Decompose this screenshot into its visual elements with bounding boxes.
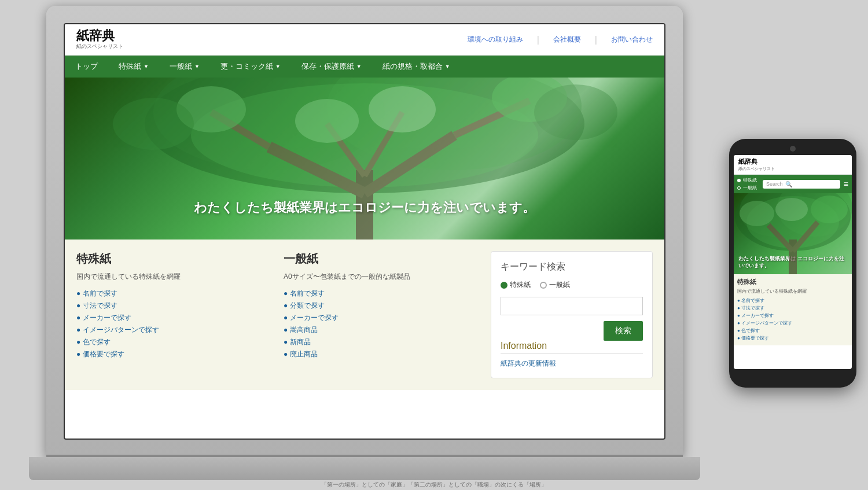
phone-hero: わたくしたち製紙業界は エコロジーに力を注いでいます。 [734,193,852,274]
phone-tokushu-title: 特殊紙 [737,278,848,286]
laptop-base [29,457,700,480]
chevron-icon: ▼ [275,64,281,69]
nav-link-company[interactable]: 会社概要 [553,35,581,45]
laptop-body: 紙辞典 紙のスペシャリスト 環境への取り組み | 会社概要 | お問い合わせ ト… [46,6,683,457]
list-item[interactable]: メーカーで探す [76,312,272,324]
site-logo: 紙辞典 紙のスペシャリスト [76,29,123,50]
footer-text: 「第一の場所」としての「家庭」「第二の場所」としての「職場」の次にくる「場所」 [321,481,547,489]
phone-screen: 紙辞典 紙のスペシャリスト 特殊紙 一般紙 Search [734,155,852,369]
ippan-title: 一般紙 [284,251,479,267]
phone-nav-radio-group: 特殊紙 一般紙 [737,177,757,191]
phone-tokushu-desc: 国内で流通している特殊紙を網羅 [737,288,848,294]
list-item[interactable]: メーカーで探す [284,312,479,324]
list-item[interactable]: 価格要で探す [737,334,848,342]
phone-logo-title: 紙辞典 [738,157,775,166]
list-item[interactable]: 名前で探す [76,288,272,300]
laptop-screen: 紙辞典 紙のスペシャリスト 環境への取り組み | 会社概要 | お問い合わせ ト… [64,23,665,440]
chevron-icon: ▼ [194,64,200,69]
phone-camera [790,146,796,152]
list-item[interactable]: イメージパターンで探す [76,324,272,336]
ippan-desc: A0サイズ〜包装紙までの一般的な紙製品 [284,271,479,282]
phone-body: 紙辞典 紙のスペシャリスト 特殊紙 一般紙 Search [729,139,856,388]
svg-point-24 [740,201,774,226]
phone-nav-bar: 特殊紙 一般紙 Search 🔍 ≡ [734,175,852,193]
main-nav: トップ 特殊紙 ▼ 一般紙 ▼ 更・コミック紙 ▼ 保存・保護原紙 ▼ [65,56,664,78]
svg-point-25 [811,196,848,223]
phone-nav-tokushu[interactable]: 特殊紙 [737,177,757,183]
nav-item-tokushu[interactable]: 特殊紙 ▼ [108,56,159,78]
svg-point-14 [369,86,436,132]
tokushu-column: 特殊紙 国内で流通している特殊紙を網羅 名前で探す 寸法で探す メーカーで探す … [76,251,272,378]
list-item[interactable]: 価格要で探す [76,348,272,360]
info-title: Information [501,341,643,354]
radio-ippan[interactable]: 一般紙 [540,280,570,290]
tokushu-title: 特殊紙 [76,251,272,267]
search-box: キーワード検索 特殊紙 一般紙 検索 Infor [491,251,653,378]
svg-point-13 [295,99,359,143]
list-item[interactable]: 寸法で探す [737,304,848,312]
site-header: 紙辞典 紙のスペシャリスト 環境への取り組み | 会社概要 | お問い合わせ [65,24,664,56]
phone-site-header: 紙辞典 紙のスペシャリスト [734,155,852,175]
logo-title: 紙辞典 [76,29,123,43]
phone-nav-ippan[interactable]: 一般紙 [737,185,757,191]
search-icon: 🔍 [785,181,792,187]
tokushu-desc: 国内で流通している特殊紙を網羅 [76,271,272,282]
phone-container: 紙辞典 紙のスペシャリスト 特殊紙 一般紙 Search [729,139,856,388]
hero-text: わたくしたち製紙業界はエコロジーに力を注いでいます。 [65,199,664,216]
phone-logo-subtitle: 紙のスペシャリスト [738,166,775,172]
info-section: Information 紙辞典の更新情報 [501,341,643,369]
nav-item-kikaku[interactable]: 紙の規格・取都合 ▼ [372,56,461,78]
svg-point-16 [534,84,617,140]
list-item[interactable]: イメージパターンで探す [737,319,848,327]
phone-hero-svg [734,193,852,274]
chevron-icon: ▼ [445,64,450,69]
phone-radio-dot [737,186,741,190]
svg-point-26 [775,198,808,221]
nav-item-top[interactable]: トップ [65,56,108,78]
phone-search-bar[interactable]: Search 🔍 [763,180,840,189]
nav-link-contact[interactable]: お問い合わせ [611,35,653,45]
ippan-column: 一般紙 A0サイズ〜包装紙までの一般的な紙製品 名前で探す 分類で探す メーカー… [284,251,479,378]
tokushu-links: 名前で探す 寸法で探す メーカーで探す イメージパターンで探す 色で探す 価格要… [76,288,272,360]
list-item[interactable]: 名前で探す [284,288,479,300]
chevron-icon: ▼ [356,64,362,69]
header-nav: 環境への取り組み | 会社概要 | お問い合わせ [468,35,653,45]
search-title: キーワード検索 [501,261,643,273]
list-item[interactable]: 廃止商品 [284,348,479,360]
hero-section: わたくしたち製紙業界はエコロジーに力を注いでいます。 [65,78,664,240]
nav-link-env[interactable]: 環境への取り組み [468,35,523,45]
list-item[interactable]: 名前で探す [737,297,848,304]
logo-subtitle: 紙のスペシャリスト [76,43,123,50]
keyword-search-input[interactable] [501,297,643,315]
phone-content: 特殊紙 国内で流通している特殊紙を網羅 名前で探す 寸法で探す メーカーで探す … [734,274,852,345]
list-item[interactable]: 色で探す [76,336,272,348]
content-area: 特殊紙 国内で流通している特殊紙を網羅 名前で探す 寸法で探す メーカーで探す … [65,240,664,390]
radio-tokushu[interactable]: 特殊紙 [501,280,531,290]
list-item[interactable]: 嵩高商品 [284,324,479,336]
radio-active-dot [501,282,507,289]
list-item[interactable]: 寸法で探す [76,300,272,312]
svg-point-15 [113,98,194,150]
phone-search-placeholder: Search [766,181,783,187]
nav-item-comic[interactable]: 更・コミック紙 ▼ [210,56,291,78]
phone-logo: 紙辞典 紙のスペシャリスト [738,157,775,172]
nav-item-hozon[interactable]: 保存・保護原紙 ▼ [291,56,372,78]
ippan-links: 名前で探す 分類で探す メーカーで探す 嵩高商品 新商品 廃止商品 [284,288,479,360]
list-item[interactable]: 色で探す [737,327,848,334]
chevron-icon: ▼ [144,64,149,69]
info-link[interactable]: 紙辞典の更新情報 [501,359,643,369]
phone-radio-dot-active [737,179,741,182]
hamburger-icon[interactable]: ≡ [844,179,848,189]
search-button[interactable]: 検索 [604,321,643,341]
radio-inactive-dot [540,282,547,289]
list-item[interactable]: 新商品 [284,336,479,348]
nav-item-ippan[interactable]: 一般紙 ▼ [159,56,210,78]
list-item[interactable]: メーカーで探す [737,312,848,319]
list-item[interactable]: 分類で探す [284,300,479,312]
laptop-container: 紙辞典 紙のスペシャリスト 環境への取り組み | 会社概要 | お問い合わせ ト… [46,6,683,480]
radio-group: 特殊紙 一般紙 [501,280,643,290]
